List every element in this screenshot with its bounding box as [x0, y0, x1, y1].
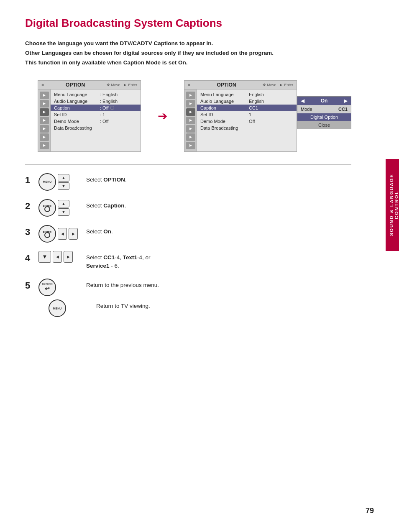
menu-button-1[interactable]: MENU [38, 173, 56, 191]
r-icon-5: ▶ [186, 125, 195, 133]
value-menu-language: : English [100, 92, 118, 97]
submenu-mode-row: Mode CC1 [297, 105, 351, 113]
menu-item-demo-mode: Demo Mode : Off [51, 118, 141, 125]
arrow-left-icon: ◀ [301, 98, 304, 104]
step-2-icons: ENTER ▲ ▼ [38, 199, 80, 217]
menus-row: ■ OPTION ✥ Move ► Enter ▶ ▶ ▶ ▶ ▶ ▶ ▶ [38, 80, 351, 152]
step-4-text: Select CC1-4, Text1-4, orService1 - 6. [86, 251, 151, 271]
menu-item-data-broadcasting: Data Broadcasting [51, 125, 141, 131]
intro-line-3: This function in only available when Cap… [25, 58, 351, 68]
menu-label-1: MENU [43, 180, 52, 183]
up-arrow-1[interactable]: ▲ [58, 174, 69, 182]
left-arrow-3[interactable]: ◀ [58, 228, 67, 240]
r-menu-item-demo-mode: Demo Mode : Off [197, 118, 297, 125]
label-audio-language: Audio Language [54, 99, 100, 104]
enter-button-2[interactable]: ENTER [38, 199, 56, 217]
r-value-audio-language: : English [246, 99, 264, 104]
icon-3: ▶ [40, 108, 49, 116]
submenu-box: ◀ On ▶ Mode CC1 Digital Option Close [297, 96, 351, 129]
menu-right-icons: ▶ ▶ ▶ ▶ ▶ ▶ ▶ [184, 90, 197, 151]
step-4-number: 4 [25, 253, 33, 263]
left-arrow-4[interactable]: ◀ [53, 251, 62, 263]
menu-button-return[interactable]: MENU [49, 299, 66, 317]
steps-section: 1 MENU ▲ ▼ Select OPTION. 2 ENTER [25, 173, 351, 317]
menu-right-group: ■ OPTION ✥ Move ► Enter ▶ ▶ ▶ ▶ ▶ ▶ ▶ [184, 80, 351, 152]
r-icon-4: ▶ [186, 117, 195, 124]
icon-4: ▶ [40, 117, 49, 124]
page-number: 79 [366, 506, 374, 515]
submenu-digital-row: Digital Option [297, 113, 351, 121]
menu-label-return: MENU [53, 307, 62, 310]
arrow-right-icon: ▶ [344, 98, 348, 104]
r-menu-item-caption: Caption : CC1 [197, 105, 297, 111]
enter-circle-inner-3 [44, 232, 50, 238]
up-arrow-2[interactable]: ▲ [58, 200, 69, 207]
submenu-close-label: Close [318, 123, 330, 128]
page-title: Digital Broadcasting System Captions [25, 17, 351, 30]
r-label-menu-language: Menu Language [200, 92, 246, 97]
step-1-text: Select OPTION. [86, 173, 127, 184]
down-arrow-1[interactable]: ▼ [58, 182, 69, 190]
menu-left-items: Menu Language : English Audio Language :… [51, 90, 141, 151]
r-value-menu-language: : English [246, 92, 264, 97]
step-1: 1 MENU ▲ ▼ Select OPTION. [25, 173, 351, 191]
icon-1: ▶ [40, 92, 49, 99]
step-2-number: 2 [25, 201, 33, 212]
step-menu-return-text: Return to TV viewing. [96, 299, 150, 310]
menu-left-controls: ✥ Move ► Enter [107, 83, 137, 87]
r-value-demo-mode: : Off [246, 119, 255, 124]
r-menu-item-data-broadcasting: Data Broadcasting [197, 125, 297, 131]
label-demo-mode: Demo Mode [54, 119, 100, 124]
submenu-popup: ◀ On ▶ Mode CC1 Digital Option Close [297, 96, 351, 152]
submenu-mode-label: Mode [301, 107, 312, 112]
r-label-caption: Caption [200, 105, 246, 110]
label-set-id: Set ID [54, 112, 100, 117]
r-menu-item-audio-language: Audio Language : English [197, 98, 297, 105]
value-audio-language: : English [100, 99, 118, 104]
r-icon-6: ▶ [186, 133, 195, 141]
menu-item-audio-language: Audio Language : English [51, 98, 141, 105]
submenu-cc1-label: CC1 [338, 107, 348, 112]
enter-circle-inner [44, 206, 50, 212]
r-icon-3: ▶ [186, 108, 195, 116]
step-3-number: 3 [25, 227, 33, 238]
step-5-text: Return to the previous menu. [86, 279, 159, 289]
down-arrow-2[interactable]: ▼ [58, 208, 69, 216]
main-content: Digital Broadcasting System Captions Cho… [0, 0, 376, 342]
value-set-id: : 1 [100, 112, 105, 117]
step-menu-return: MENU Return to TV viewing. [49, 299, 351, 317]
submenu-digital-option-label: Digital Option [310, 115, 338, 120]
right-arrow-3[interactable]: ▶ [69, 228, 78, 240]
enter-button-3[interactable]: ENTER [38, 225, 56, 243]
step-3-icons: ENTER ◀ ▶ [38, 225, 80, 243]
menu-right-title: OPTION [217, 82, 236, 88]
step-2-text: Select Caption. [86, 199, 126, 210]
up-down-arrows-2: ▲ ▼ [58, 200, 69, 216]
icon-5: ▶ [40, 125, 49, 133]
value-demo-mode: : Off [100, 119, 109, 124]
up-down-arrows-1: ▲ ▼ [58, 174, 69, 190]
step-menu-return-icons: MENU [49, 299, 90, 317]
submenu-on-label: On [321, 98, 328, 104]
step-5-icons: RETURN ↩ [38, 279, 80, 296]
menu-box-left-header: ■ OPTION ✥ Move ► Enter [38, 81, 141, 90]
down-arrow-btn-4[interactable]: ▼ [38, 251, 51, 263]
intro-line-2: Other Languages can be chosen for digita… [25, 49, 351, 58]
icon-6: ▶ [40, 133, 49, 141]
menu-box-right-body: ▶ ▶ ▶ ▶ ▶ ▶ ▶ Menu Language : English [184, 90, 297, 151]
submenu-close-row: Close [297, 121, 351, 129]
return-button[interactable]: RETURN ↩ [38, 279, 56, 296]
icon-7: ▶ [40, 142, 49, 149]
step-1-number: 1 [25, 175, 33, 186]
menu-left-title: OPTION [66, 82, 85, 88]
r-icon-1: ▶ [186, 92, 195, 99]
value-caption: : Off [100, 105, 109, 110]
r-label-set-id: Set ID [200, 112, 246, 117]
side-tab: SOUND & LANGUAGE CONTROL [386, 159, 399, 251]
lr-arrows-4: ◀ ▶ [53, 251, 73, 263]
menu-item-set-id: Set ID : 1 [51, 111, 141, 118]
label-data-broadcasting: Data Broadcasting [54, 125, 100, 130]
right-arrow-4[interactable]: ▶ [64, 251, 73, 263]
menu-box-left-body: ▶ ▶ ▶ ▶ ▶ ▶ ▶ Menu Language : English Au… [38, 90, 141, 151]
menu-right-items: Menu Language : English Audio Language :… [197, 90, 297, 151]
